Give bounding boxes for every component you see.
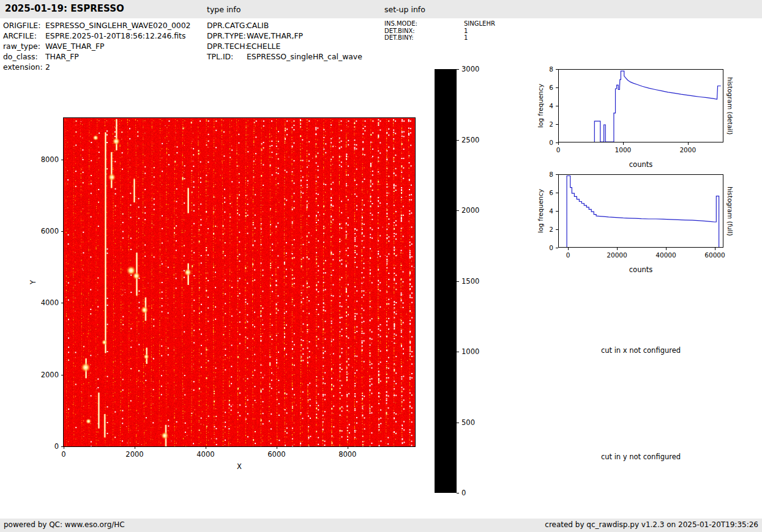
y-tick-mark — [556, 248, 558, 248]
meta-label: do_class: — [3, 51, 45, 62]
meta-label: raw_type: — [3, 41, 45, 51]
x-tick-label: 6000 — [267, 450, 285, 459]
meta-label: TPL.ID: — [207, 51, 247, 62]
meta-value: CALIB — [247, 20, 269, 31]
histogram-detail-line — [559, 70, 723, 142]
y-tick-mark — [556, 193, 558, 193]
detector-image-canvas — [64, 118, 415, 446]
y-tick-mark — [556, 142, 558, 143]
colorbar-tick-label: 0 — [461, 489, 486, 497]
x-tick-mark — [277, 446, 277, 449]
file-info-block: ORIGFILE:ESPRESSO_SINGLEHR_WAVE020_0002A… — [3, 20, 190, 72]
x-tick-mark — [623, 142, 624, 145]
x-tick-label: 20000 — [607, 251, 627, 259]
y-tick-label: 8 — [530, 171, 553, 178]
x-tick-mark — [715, 248, 715, 250]
y-tick-mark — [61, 375, 64, 375]
meta-value: WAVE,THAR,FP — [247, 31, 303, 41]
y-tick-label: 2 — [530, 226, 553, 233]
setup-info-heading: set-up info — [384, 5, 425, 14]
y-tick-label: 8000 — [35, 155, 59, 164]
y-tick-label: 2 — [530, 120, 553, 128]
y-tick-label: 6 — [530, 189, 553, 196]
colorbar-tick-mark — [457, 352, 459, 352]
histogram-full-xaxis-label: counts — [558, 265, 723, 274]
y-tick-mark — [61, 446, 64, 447]
cut-x-note: cut in x not configured — [558, 346, 723, 355]
x-tick-label: 0 — [556, 146, 561, 153]
colorbar-tick-label: 1000 — [461, 347, 486, 356]
y-tick-mark — [556, 174, 558, 175]
x-tick-label: 1000 — [615, 146, 632, 153]
x-tick-label: 40000 — [656, 251, 676, 259]
x-tick-mark — [666, 248, 667, 250]
meta-row: TPL.ID:ESPRESSO_singleHR_cal_wave — [207, 51, 362, 62]
x-tick-label: 8000 — [338, 450, 356, 459]
meta-value: 2 — [45, 62, 50, 72]
qc-report-page: 2025-01-19: ESPRESSO type info set-up in… — [0, 0, 762, 532]
x-tick-label: 0 — [61, 450, 65, 459]
y-tick-mark — [61, 303, 64, 303]
header-bar: 2025-01-19: ESPRESSO type info set-up in… — [0, 0, 762, 18]
meta-row: do_class:THAR_FP — [3, 51, 190, 62]
meta-row: ORIGFILE:ESPRESSO_SINGLEHR_WAVE020_0002 — [3, 20, 190, 31]
colorbar-tick-label: 500 — [461, 418, 486, 427]
x-tick-label: 2000 — [679, 146, 696, 153]
colorbar-tick-mark — [457, 493, 459, 493]
histogram-curve — [567, 176, 719, 248]
main-yaxis-label: Y — [29, 280, 37, 284]
y-tick-label: 0 — [530, 139, 553, 146]
meta-label: DPR.CATG: — [207, 20, 247, 31]
meta-label: DET.BINX: — [384, 28, 464, 35]
y-tick-label: 2000 — [35, 371, 59, 379]
x-tick-mark — [348, 446, 348, 449]
meta-label: extension: — [3, 62, 45, 72]
x-tick-label: 4000 — [196, 450, 214, 459]
x-tick-mark — [688, 142, 689, 145]
setup-info-block: INS.MODE:SINGLEHRDET.BINX:1DET.BINY:1 — [384, 20, 495, 42]
histogram-curve — [594, 71, 721, 142]
histogram-full-line — [559, 175, 723, 247]
meta-label: DPR.TECH: — [207, 41, 247, 51]
y-tick-mark — [61, 231, 64, 232]
x-tick-mark — [64, 446, 64, 449]
colorbar — [435, 69, 457, 493]
meta-value: SINGLEHR — [464, 20, 495, 28]
x-tick-mark — [617, 248, 618, 250]
colorbar-tick-mark — [457, 140, 459, 141]
meta-value: THAR_FP — [45, 51, 79, 62]
colorbar-tick-mark — [457, 423, 459, 423]
histogram-full-plot — [558, 174, 723, 248]
y-tick-label: 6 — [530, 84, 553, 91]
footer-created-by: created by qc_rawdisp.py v1.2.3 on 2025-… — [545, 520, 758, 529]
meta-row: DET.BINY:1 — [384, 34, 495, 42]
x-tick-mark — [558, 142, 559, 145]
meta-row: extension:2 — [3, 62, 190, 72]
histogram-detail-title-wrap: histogram (detail) — [726, 69, 734, 142]
y-tick-mark — [556, 124, 558, 125]
meta-label: INS.MODE: — [384, 20, 464, 28]
y-tick-mark — [556, 229, 558, 230]
colorbar-tick-label: 3000 — [461, 65, 486, 73]
histogram-detail-xaxis-label: counts — [558, 160, 723, 169]
histogram-detail-plot — [558, 69, 723, 142]
y-tick-mark — [556, 106, 558, 106]
meta-value: ESPRESSO_SINGLEHR_WAVE020_0002 — [45, 20, 190, 31]
meta-label: ORIGFILE: — [3, 20, 45, 31]
meta-label: DPR.TYPE: — [207, 31, 247, 41]
y-tick-label: 0 — [530, 244, 553, 251]
meta-row: DET.BINX:1 — [384, 28, 495, 35]
meta-value: 1 — [464, 34, 468, 42]
y-tick-label: 8 — [530, 65, 553, 73]
x-tick-mark — [206, 446, 206, 449]
colorbar-tick-mark — [457, 69, 459, 70]
colorbar-tick-label: 2500 — [461, 136, 486, 144]
meta-row: DPR.TECH:ECHELLE — [207, 41, 362, 51]
y-tick-label: 6000 — [35, 227, 59, 235]
y-tick-mark — [556, 69, 558, 70]
x-tick-label: 60000 — [704, 251, 725, 259]
meta-value: WAVE_THAR_FP — [45, 41, 105, 51]
detector-image-plot — [63, 117, 416, 447]
type-info-block: DPR.CATG:CALIBDPR.TYPE:WAVE,THAR,FPDPR.T… — [207, 20, 362, 62]
y-tick-label: 4000 — [35, 298, 59, 307]
